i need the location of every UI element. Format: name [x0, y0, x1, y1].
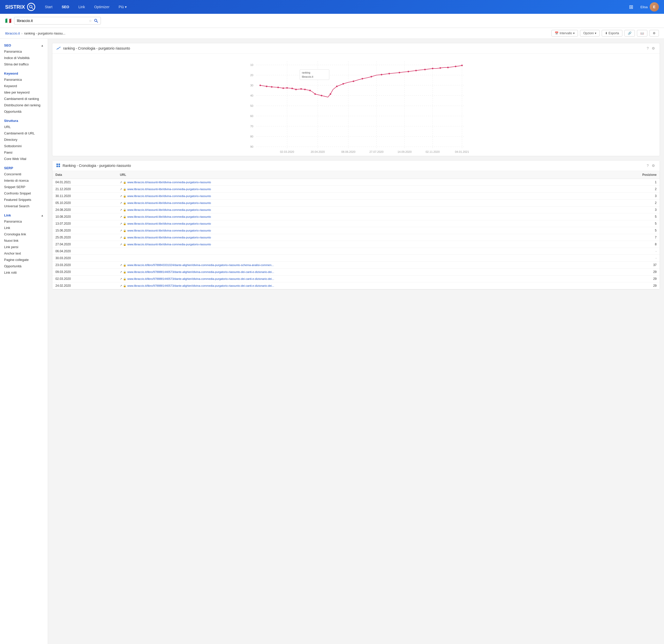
sidebar-item-panoramica-kw[interactable]: Panoramica: [0, 76, 48, 83]
sidebar-item-anchor-text[interactable]: Anchor text: [0, 250, 48, 257]
table-grid-icon: [57, 164, 61, 168]
url-content[interactable]: ↗ 🔒 www.libraccio.it/riassunti-libri/div…: [120, 222, 595, 225]
avatar[interactable]: E: [650, 2, 659, 12]
cell-url: ↗ 🔒 www.libraccio.it/riassunti-libri/div…: [117, 186, 598, 193]
svg-text:02.11.2020: 02.11.2020: [426, 150, 439, 153]
esporta-button[interactable]: ⬇ Esporta: [602, 30, 622, 37]
cell-url: ↗ 🔒 www.libraccio.it/riassunti-libri/div…: [117, 206, 598, 214]
breadcrumb-site[interactable]: libraccio.it: [5, 32, 20, 35]
sidebar-item-panoramica-link[interactable]: Panoramica: [0, 218, 48, 225]
url-content[interactable]: ↗ 🔒 www.libraccio.it/libro/9788843331024…: [120, 263, 595, 267]
share-button[interactable]: 🔗: [624, 30, 635, 37]
table-card: Ranking - Cronologia - purgatorio riassu…: [52, 160, 660, 289]
star-icon[interactable]: ☆: [89, 19, 92, 23]
link-chevron-icon[interactable]: ▲: [41, 214, 44, 217]
svg-point-62: [415, 70, 417, 71]
cell-position: 3: [598, 206, 660, 214]
table-row: 02.03.2020 ↗ 🔒 www.libraccio.it/libro/97…: [53, 276, 660, 282]
sidebar-item-visibilita[interactable]: Indice di Visibilità: [0, 55, 48, 61]
settings-button[interactable]: ⚙: [649, 30, 659, 37]
sidebar-item-pagine-collegate[interactable]: Pagine collegate: [0, 257, 48, 263]
sidebar-item-idee-kw[interactable]: Idee per keyword: [0, 89, 48, 96]
sidebar-item-core-web-vital[interactable]: Core Web Vital: [0, 156, 48, 162]
lock-icon: 🔒: [123, 188, 126, 190]
nav-link[interactable]: Link: [76, 4, 87, 10]
sidebar-item-link-rotti[interactable]: Link rotti: [0, 269, 48, 276]
url-content[interactable]: ↗ 🔒 www.libraccio.it/riassunti-libri/div…: [120, 181, 595, 184]
external-link-icon: ↗: [120, 208, 122, 212]
nav-piu[interactable]: Più ▾: [117, 4, 129, 10]
url-content[interactable]: ↗ 🔒 www.libraccio.it/riassunti-libri/div…: [120, 187, 595, 191]
sidebar-item-cambiamenti-ranking[interactable]: Cambiamenti di ranking: [0, 96, 48, 102]
sidebar-item-cronologia-link[interactable]: Cronologia link: [0, 231, 48, 237]
grid-icon[interactable]: ⊞: [629, 4, 634, 10]
sidebar-item-snippet-serp[interactable]: Snippet SERP: [0, 184, 48, 190]
url-content[interactable]: ↗ 🔒 www.libraccio.it/riassunti-libri/div…: [120, 215, 595, 219]
sidebar-item-keyword[interactable]: Keyword: [0, 83, 48, 89]
sidebar-item-featured-snippets[interactable]: Featured Snippets: [0, 197, 48, 203]
sidebar-item-opportunita-link[interactable]: Opportunità: [0, 263, 48, 269]
cell-url: [117, 248, 598, 255]
chart-settings-button[interactable]: ⚙: [651, 46, 656, 51]
sidebar-item-nuovi-link[interactable]: Nuovi link: [0, 237, 48, 244]
intervallo-button[interactable]: 📅 Intervallo ▾: [552, 30, 578, 37]
table-row: 24.02.2020 ↗ 🔒 www.libraccio.it/libro/97…: [53, 282, 660, 289]
url-content[interactable]: ↗ 🔒 www.libraccio.it/riassunti-libri/div…: [120, 201, 595, 205]
url-content[interactable]: ↗ 🔒 www.libraccio.it/libro/9788881440573…: [120, 277, 595, 281]
url-content[interactable]: ↗ 🔒 www.libraccio.it/riassunti-libri/div…: [120, 229, 595, 232]
col-data: Data: [53, 171, 117, 179]
cell-position: 29: [598, 282, 660, 289]
sidebar-item-traffico[interactable]: Stima del traffico: [0, 61, 48, 67]
sidebar-item-opportunita-kw[interactable]: Opportunità: [0, 108, 48, 115]
nav-seo[interactable]: SEO: [60, 4, 71, 10]
sidebar-item-directory[interactable]: Directory: [0, 137, 48, 143]
sidebar-item-url[interactable]: URL: [0, 124, 48, 130]
table-wrapper: Data URL Posizione 04.01.2021 ↗ 🔒 www.li…: [53, 171, 660, 289]
url-content[interactable]: ↗ 🔒 www.libraccio.it/libro/9788881440573…: [120, 270, 595, 274]
url-text: www.libraccio.it/riassunti-libri/divina-…: [127, 243, 211, 246]
sidebar-item-confronto-snippet[interactable]: Confronto Snippet: [0, 190, 48, 197]
breadcrumb-right: 📅 Intervallo ▾ Opzioni ▾ ⬇ Esporta 🔗 📖 ⚙: [552, 30, 659, 37]
seo-chevron-icon[interactable]: ▲: [41, 44, 44, 47]
sidebar-item-concorrenti[interactable]: Concorrenti: [0, 171, 48, 177]
search-icon[interactable]: [94, 19, 98, 23]
sidebar-item-distribuzione[interactable]: Distribuzione del ranking: [0, 102, 48, 108]
download-icon: ⬇: [605, 32, 607, 35]
sidebar-item-cambiamenti-url[interactable]: Cambiamenti di URL: [0, 130, 48, 137]
chart-help-button[interactable]: ?: [646, 46, 649, 51]
chart-actions: ? ⚙: [646, 46, 656, 51]
sidebar-item-sottodomini[interactable]: Sottodomini: [0, 143, 48, 149]
search-input-wrap[interactable]: ☆: [14, 17, 101, 24]
svg-rect-69: [57, 164, 58, 165]
url-content[interactable]: ↗ 🔒 www.libraccio.it/riassunti-libri/div…: [120, 208, 595, 212]
user-menu[interactable]: Elisa E: [641, 2, 659, 12]
sidebar-item-link[interactable]: Link: [0, 225, 48, 231]
svg-point-54: [343, 83, 344, 85]
url-content[interactable]: ↗ 🔒 www.libraccio.it/libro/9788881440573…: [120, 284, 595, 287]
nav-start[interactable]: Start: [43, 4, 55, 10]
sidebar-item-paesi[interactable]: Paesi: [0, 149, 48, 156]
url-content[interactable]: ↗ 🔒 www.libraccio.it/riassunti-libri/div…: [120, 243, 595, 246]
svg-line-3: [97, 21, 98, 22]
table-settings-button[interactable]: ⚙: [651, 163, 656, 168]
nav-optimizer[interactable]: Optimizer: [92, 4, 111, 10]
svg-point-2: [95, 19, 97, 21]
url-content[interactable]: ↗ 🔒 www.libraccio.it/riassunti-libri/div…: [120, 195, 595, 198]
external-link-icon: ↗: [120, 277, 122, 281]
svg-point-47: [300, 88, 302, 90]
sidebar-item-panoramica-seo[interactable]: Panoramica: [0, 48, 48, 55]
external-link-icon: ↗: [120, 270, 122, 274]
cell-position: 2: [598, 186, 660, 193]
chart-card-header: ranking - Cronologia - purgatorio riassu…: [53, 43, 660, 54]
sidebar-item-universal-search[interactable]: Universal Search: [0, 203, 48, 209]
table-help-button[interactable]: ?: [646, 163, 649, 168]
book-button[interactable]: 📖: [637, 30, 647, 37]
col-posizione: Posizione: [598, 171, 660, 179]
search-input[interactable]: [17, 19, 87, 23]
opzioni-button[interactable]: Opzioni ▾: [580, 30, 600, 37]
cell-position: 29: [598, 276, 660, 282]
sidebar-item-intento[interactable]: Intento di ricerca: [0, 177, 48, 184]
sidebar-item-link-persi[interactable]: Link persi: [0, 244, 48, 250]
cell-date: 10.08.2020: [53, 214, 117, 220]
url-content[interactable]: ↗ 🔒 www.libraccio.it/riassunti-libri/div…: [120, 236, 595, 239]
